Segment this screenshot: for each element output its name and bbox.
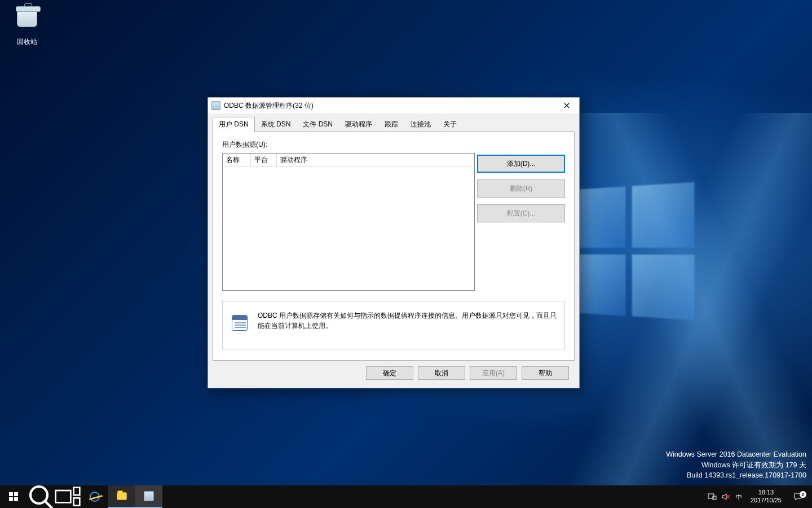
taskbar-explorer[interactable] (108, 485, 135, 508)
folder-icon (117, 492, 127, 500)
tab-pool[interactable]: 连接池 (404, 117, 437, 132)
svg-line-1 (46, 502, 52, 508)
clock-time: 18:13 (751, 489, 782, 497)
cancel-button[interactable]: 取消 (418, 366, 465, 380)
tab-file-dsn[interactable]: 文件 DSN (297, 117, 339, 132)
volume-muted-icon (721, 492, 730, 501)
tab-about[interactable]: 关于 (437, 117, 463, 132)
add-button[interactable]: 添加(D)... (477, 155, 565, 173)
tab-user-dsn[interactable]: 用户 DSN (213, 117, 255, 132)
titlebar[interactable]: ODBC 数据源管理程序(32 位) (208, 98, 579, 113)
svg-rect-6 (713, 496, 716, 500)
taskbar-odbc[interactable] (135, 485, 162, 508)
info-text: ODBC 用户数据源存储有关如何与指示的数据提供程序连接的信息。用户数据源只对您… (258, 310, 557, 331)
tray-network[interactable] (705, 485, 719, 508)
info-box: ODBC 用户数据源存储有关如何与指示的数据提供程序连接的信息。用户数据源只对您… (222, 301, 565, 349)
help-button[interactable]: 帮助 (522, 366, 569, 380)
tray-notifications[interactable]: 2 (786, 492, 810, 501)
svg-rect-3 (74, 488, 80, 495)
svg-rect-2 (56, 491, 71, 502)
windows-icon (9, 492, 18, 501)
svg-rect-4 (74, 498, 80, 506)
recycle-bin[interactable]: 回收站 (7, 5, 47, 47)
taskview-icon (54, 486, 81, 507)
ie-icon (90, 492, 100, 502)
windows-logo-glow (571, 182, 695, 320)
recycle-bin-icon (15, 10, 39, 35)
tray-ime[interactable]: 中 (732, 485, 746, 508)
list-header: 名称 平台 驱动程序 (223, 154, 474, 167)
remove-button: 删除(R) (477, 179, 565, 198)
close-button[interactable] (554, 98, 579, 113)
desktop: 回收站 Windows Server 2016 Datacenter Evalu… (0, 0, 812, 508)
system-tray: 中 18:13 2017/10/25 2 (705, 485, 812, 508)
search-button[interactable] (27, 485, 54, 508)
tab-content: 用户数据源(U): 名称 平台 驱动程序 添加(D)... 删除(R) 配置(C… (213, 132, 575, 361)
dsn-listbox[interactable]: 名称 平台 驱动程序 (222, 153, 475, 291)
notification-badge: 2 (800, 491, 806, 498)
tab-system-dsn[interactable]: 系统 DSN (255, 117, 297, 132)
taskview-button[interactable] (54, 485, 81, 508)
window-title: ODBC 数据源管理程序(32 位) (224, 101, 314, 111)
recycle-bin-label: 回收站 (7, 37, 47, 47)
ok-button[interactable]: 确定 (366, 366, 413, 380)
clock-date: 2017/10/25 (751, 497, 782, 505)
dialog-buttons: 确定 取消 应用(A) 帮助 (366, 366, 569, 380)
tab-trace[interactable]: 跟踪 (378, 117, 404, 132)
col-platform[interactable]: 平台 (251, 154, 277, 167)
col-driver[interactable]: 驱动程序 (277, 154, 474, 167)
apply-button: 应用(A) (470, 366, 517, 380)
watermark: Windows Server 2016 Datacenter Evaluatio… (666, 449, 806, 481)
svg-point-0 (30, 487, 47, 503)
tray-clock[interactable]: 18:13 2017/10/25 (746, 487, 786, 507)
odbc-dialog: ODBC 数据源管理程序(32 位) 用户 DSN 系统 DSN 文件 DSN … (208, 97, 580, 388)
network-icon (708, 492, 717, 501)
odbc-icon (144, 491, 154, 501)
tab-drivers[interactable]: 驱动程序 (339, 117, 378, 132)
close-icon (564, 103, 570, 108)
tray-volume[interactable] (719, 485, 732, 508)
list-label: 用户数据源(U): (222, 140, 565, 150)
tabstrip: 用户 DSN 系统 DSN 文件 DSN 驱动程序 跟踪 连接池 关于 (208, 113, 579, 132)
taskbar: 中 18:13 2017/10/25 2 (0, 485, 812, 508)
configure-button: 配置(C)... (477, 204, 565, 222)
search-icon (27, 483, 54, 508)
app-icon (211, 101, 220, 110)
col-name[interactable]: 名称 (223, 154, 251, 167)
start-button[interactable] (0, 485, 27, 508)
side-buttons: 添加(D)... 删除(R) 配置(C)... (477, 155, 565, 222)
taskbar-ie[interactable] (81, 485, 108, 508)
info-icon (232, 315, 250, 333)
